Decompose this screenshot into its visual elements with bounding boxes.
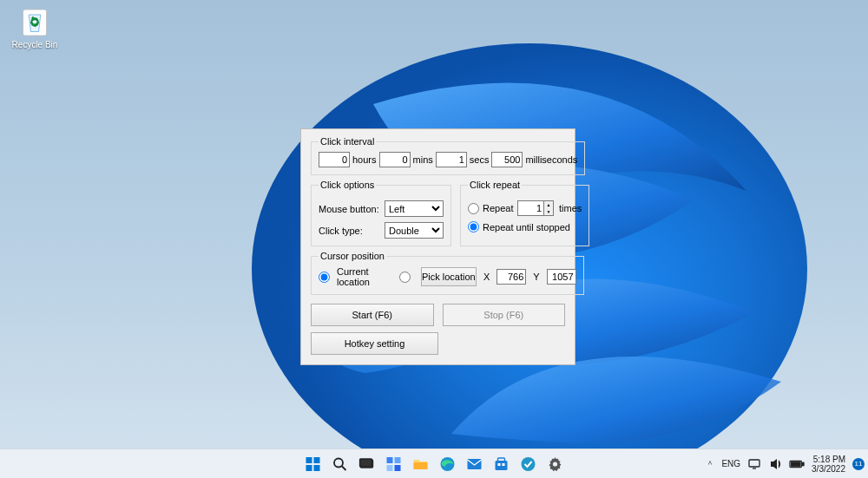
- repeat-spin-up[interactable]: ▲: [544, 201, 553, 208]
- recycle-bin-icon[interactable]: Recycle Bin: [9, 7, 61, 49]
- pick-location-button[interactable]: Pick location: [421, 267, 477, 286]
- repeat-times-input[interactable]: [517, 200, 543, 216]
- svg-rect-14: [395, 465, 401, 471]
- svg-rect-5: [306, 465, 312, 471]
- clock-time: 5:18 PM: [812, 455, 845, 464]
- cursor-position-legend: Cursor position: [319, 251, 386, 261]
- repeat-until-label: Repeat until stopped: [483, 222, 570, 232]
- autoclicker-window: Click interval hours mins secs milliseco…: [300, 128, 575, 365]
- language-indicator[interactable]: ENG: [721, 459, 740, 468]
- volume-icon[interactable]: [768, 456, 784, 472]
- svg-rect-20: [498, 463, 501, 466]
- svg-rect-27: [802, 462, 804, 466]
- svg-rect-12: [395, 457, 401, 463]
- repeat-times-label: times: [559, 203, 582, 213]
- current-location-label: Current location: [337, 266, 385, 287]
- click-options-legend: Click options: [319, 180, 376, 190]
- task-view-icon[interactable]: [356, 453, 378, 475]
- network-icon[interactable]: [747, 456, 763, 472]
- ms-label: milliseconds: [525, 154, 577, 165]
- mail-icon[interactable]: [464, 453, 486, 475]
- svg-rect-15: [414, 462, 428, 469]
- svg-line-8: [342, 466, 346, 470]
- x-label: X: [483, 272, 490, 282]
- clock[interactable]: 5:18 PM 3/3/2022: [812, 455, 845, 474]
- svg-rect-19: [498, 458, 505, 462]
- mouse-button-label: Mouse button:: [319, 204, 385, 214]
- stop-button[interactable]: Stop (F6): [443, 304, 566, 326]
- file-explorer-icon[interactable]: [410, 453, 432, 475]
- svg-rect-28: [791, 462, 800, 466]
- svg-rect-21: [503, 463, 505, 466]
- svg-point-22: [522, 457, 536, 471]
- repeat-spin-down[interactable]: ▼: [544, 208, 553, 215]
- x-input[interactable]: [496, 269, 526, 285]
- settings-icon[interactable]: [544, 453, 567, 475]
- svg-rect-4: [314, 457, 320, 463]
- click-repeat-legend: Click repeat: [468, 180, 522, 190]
- svg-rect-17: [468, 459, 482, 469]
- mins-input[interactable]: [379, 152, 411, 167]
- hours-label: hours: [352, 154, 377, 165]
- svg-rect-24: [749, 460, 760, 467]
- click-type-label: Click type:: [319, 226, 385, 236]
- y-label: Y: [533, 272, 539, 282]
- hotkey-button[interactable]: Hotkey setting: [311, 332, 438, 355]
- notification-badge[interactable]: 11: [852, 458, 865, 470]
- current-location-radio[interactable]: [319, 272, 330, 283]
- y-input[interactable]: [547, 269, 576, 285]
- click-type-select[interactable]: Double: [385, 222, 444, 239]
- click-interval-legend: Click interval: [319, 136, 376, 147]
- click-options-group: Click options Mouse button: Left Click t…: [311, 180, 451, 246]
- edge-icon[interactable]: [437, 453, 459, 475]
- taskbar: ＾ ENG 5:18 PM 3/3/2022 11: [0, 449, 868, 478]
- ms-input[interactable]: [491, 152, 523, 167]
- svg-point-7: [334, 458, 343, 467]
- hours-input[interactable]: [319, 152, 350, 167]
- secs-label: secs: [470, 154, 490, 165]
- mouse-button-select[interactable]: Left: [385, 200, 444, 217]
- svg-rect-3: [306, 457, 312, 463]
- start-button-icon[interactable]: [302, 453, 325, 475]
- search-icon[interactable]: [329, 453, 352, 475]
- tray-overflow-icon[interactable]: ＾: [706, 458, 714, 470]
- repeat-n-label: Repeat: [483, 203, 517, 213]
- widgets-icon[interactable]: [383, 453, 405, 475]
- start-button[interactable]: Start (F6): [311, 304, 434, 326]
- store-icon[interactable]: [490, 453, 513, 475]
- svg-rect-6: [314, 465, 320, 471]
- click-interval-group: Click interval hours mins secs milliseco…: [311, 136, 585, 175]
- pick-location-radio[interactable]: [399, 272, 411, 283]
- svg-rect-11: [387, 457, 393, 463]
- repeat-until-radio[interactable]: [468, 221, 479, 232]
- recycle-bin-label: Recycle Bin: [12, 40, 58, 49]
- click-repeat-group: Click repeat Repeat ▲▼ times Repeat unti…: [460, 180, 589, 246]
- secs-input[interactable]: [436, 152, 467, 167]
- svg-point-23: [553, 462, 557, 466]
- battery-icon[interactable]: [789, 456, 805, 472]
- repeat-n-radio[interactable]: [468, 203, 479, 214]
- mins-label: mins: [413, 154, 433, 165]
- cursor-position-group: Cursor position Current location Pick lo…: [311, 251, 584, 295]
- svg-rect-13: [387, 465, 393, 471]
- todo-icon[interactable]: [517, 453, 540, 475]
- svg-rect-10: [360, 459, 372, 467]
- clock-date: 3/3/2022: [812, 464, 845, 474]
